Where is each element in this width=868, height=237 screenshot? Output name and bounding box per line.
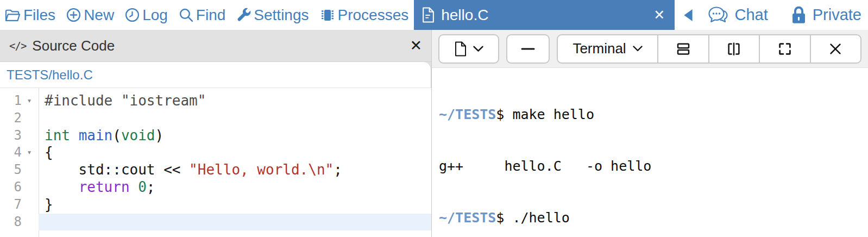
close-terminal-button[interactable] [810,35,861,63]
terminal-line: g++ hello.C -o hello [439,158,868,175]
code-token: main [79,127,113,144]
tab-hello-c[interactable]: hello.C ✕ [414,0,675,30]
terminal-line: ~/TESTS$ ./hello [439,209,868,227]
code-line[interactable]: 7 } [0,196,431,214]
code-token: "Hello, world.\n" [189,161,334,178]
terminal[interactable]: ~/TESTS$ make hello g++ hello.C -o hello… [432,68,868,237]
file-path-tab[interactable]: TESTS/hello.C [0,62,431,88]
code-token: #include "iostream" [45,92,206,109]
terminal-panel: Terminal [432,30,868,237]
line-number: 2 [0,110,22,127]
private-button[interactable]: Private [791,5,861,24]
toolbar-item-files[interactable]: Files [5,7,55,24]
code-token: { [45,144,53,160]
main-split: </> Source Code ✕ TESTS/hello.C 1▾ #incl… [0,30,868,237]
private-label: Private [813,6,861,24]
panel-title: Source Code [32,38,115,54]
clock-icon [125,8,140,22]
line-number: 3 [0,127,22,145]
code-token: 0 [138,179,147,195]
fold-spacer [22,127,37,145]
minus-icon [521,47,535,51]
code-token: ; [147,179,155,195]
line-number: 7 [0,196,22,214]
split-horizontal-button[interactable] [657,35,708,63]
tab-label: hello.C [441,7,647,24]
triangle-left-icon [683,9,693,22]
chat-label: Chat [734,6,768,24]
line-number: 5 [0,161,22,179]
code-line[interactable]: 6 return 0; [0,179,431,196]
filepath-row: TESTS/hello.C [0,62,431,88]
fold-spacer [22,179,37,196]
code-line[interactable]: 3 int main(void) [0,127,431,145]
terminal-text: $ make hello [496,107,594,122]
fold-spacer [22,161,37,179]
code-line-active[interactable]: 8 [0,214,431,231]
code-line[interactable]: 2 [0,110,431,127]
toolbar-item-find[interactable]: Find [179,7,225,24]
fold-toggle-icon[interactable]: ▾ [22,144,37,161]
code-token [70,127,79,144]
toolbar-item-processes[interactable]: Processes [320,7,409,24]
chat-icon [708,6,729,24]
terminal-text: g++ hello.C -o hello [439,158,651,174]
toolbar-item-new[interactable]: New [66,7,114,24]
terminal-dropdown-button[interactable]: Terminal [558,35,657,63]
code-line[interactable]: 5 std::cout << "Hello, world.\n"; [0,161,431,179]
code-token: std::cout << [45,161,189,178]
line-number: 8 [0,214,22,231]
source-panel-header: </> Source Code ✕ [0,30,431,62]
folder-icon [5,9,21,22]
line-number: 6 [0,179,22,196]
search-icon [179,8,193,22]
code-token [130,179,139,195]
code-editor[interactable]: 1▾ #include "iostream" 2 3 int main(void… [0,88,431,237]
fold-toggle-icon[interactable]: ▾ [22,92,37,110]
tab-close-icon[interactable]: ✕ [653,8,665,22]
wrench-icon [236,8,251,22]
code-token: void [121,127,155,144]
minimize-button[interactable] [506,34,550,64]
terminal-toolbar: Terminal [432,30,868,68]
topbar-right-group: Chat Private [683,5,868,24]
line-number: 4 [0,144,22,161]
chip-icon [320,8,335,22]
code-token: ) [155,127,164,144]
code-token: int [45,127,70,144]
line-number: 1 [0,92,22,110]
chat-button[interactable]: Chat [708,6,768,24]
file-icon [455,41,467,57]
terminal-dropdown-label: Terminal [573,40,626,57]
toolbar-item-log[interactable]: Log [125,7,168,24]
terminal-prompt: ~/TESTS [439,210,496,226]
top-toolbar: Files New Log Find [0,0,868,30]
file-icon [422,7,435,23]
lock-icon [791,5,807,24]
split-horizontal-icon [675,41,691,57]
app: Files New Log Find [0,0,868,237]
close-icon[interactable]: ✕ [410,39,422,53]
chevron-down-icon [473,46,483,52]
terminal-line: ~/TESTS$ make hello [439,106,868,123]
code-token: ( [112,127,121,144]
toolbar-item-label: New [84,7,114,24]
maximize-button[interactable] [759,35,810,63]
fold-spacer [22,214,37,231]
close-icon [829,42,842,55]
new-file-dropdown-button[interactable] [438,34,499,64]
fold-spacer [22,196,37,214]
split-vertical-button[interactable] [708,35,759,63]
code-token: return [79,179,130,195]
toolbar-item-settings[interactable]: Settings [236,7,309,24]
code-icon: </> [9,40,26,52]
code-line[interactable]: 1▾ #include "iostream" [0,92,431,110]
terminal-prompt: ~/TESTS [439,107,496,122]
source-code-panel: </> Source Code ✕ TESTS/hello.C 1▾ #incl… [0,30,432,237]
split-vertical-icon [726,41,742,57]
code-token [45,179,79,195]
collapse-panel-button[interactable] [683,9,693,22]
code-token: ; [334,161,342,178]
code-line[interactable]: 4▾ { [0,144,431,161]
toolbar-item-label: Settings [254,7,309,24]
